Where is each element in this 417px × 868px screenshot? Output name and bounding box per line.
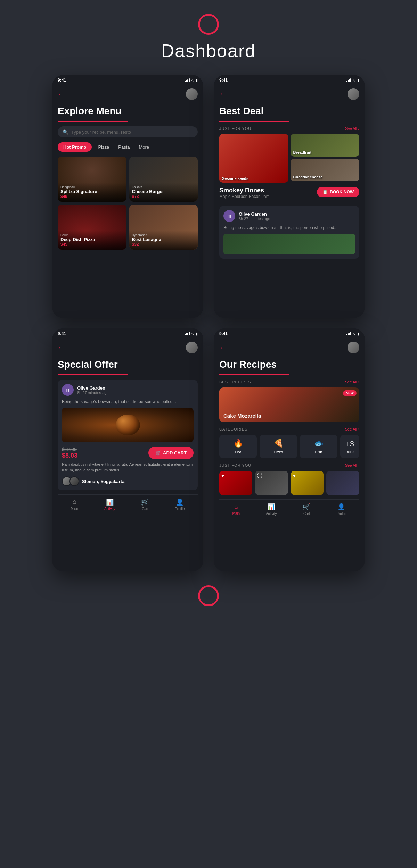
category-more[interactable]: +3 more: [340, 435, 359, 458]
profile-icon-recipes: 👤: [337, 503, 345, 511]
filter-hot-promo[interactable]: Hot Promo: [58, 142, 92, 152]
special-offer-content: ← Special Offer ≋ Olive Garden 8h 27 min…: [52, 339, 203, 518]
battery-icon-or: ▮: [357, 332, 359, 336]
footer-logo: [198, 585, 219, 606]
hot-icon: 🔥: [234, 439, 243, 448]
menu-card-1[interactable]: Hangzhou Splitza Signature $49: [58, 157, 126, 202]
menu-card-4-price: $32: [132, 242, 195, 247]
activity-header-so: ≋ Olive Garden 8h 27 minutes ago: [62, 384, 194, 396]
jfy-card-1[interactable]: ♥: [219, 471, 252, 495]
category-pizza-label: Pizza: [274, 450, 283, 454]
jfy-heart-3: ♥: [293, 473, 296, 478]
nav-item-profile-recipes[interactable]: 👤 Profile: [336, 503, 346, 516]
smokey-bones-subtitle: Maple Bourbon Bacon Jam: [219, 194, 270, 199]
filter-more[interactable]: More: [136, 142, 152, 152]
special-offer-avatar[interactable]: [186, 342, 198, 353]
categories-grid: 🔥 Hot 🍕 Pizza 🐟 Fish +3 more: [219, 435, 359, 458]
category-pizza[interactable]: 🍕 Pizza: [260, 435, 297, 458]
wifi-icon-so: ∿: [191, 332, 194, 336]
add-cart-button[interactable]: 🛒 ADD CART: [148, 447, 194, 459]
profile-icon-special: 👤: [176, 498, 183, 506]
just-for-you-see-all[interactable]: See All ›: [345, 126, 359, 131]
offer-description: Nam dapibus nisl vitae elit fringilla ru…: [62, 461, 194, 473]
new-badge: NEW: [343, 390, 357, 396]
pizza-icon: 🍕: [274, 439, 283, 448]
menu-card-4-city: Hyderabad: [132, 233, 195, 237]
activity-avatar-so: ≋: [62, 384, 74, 396]
best-recipes-see-all[interactable]: See All ›: [345, 380, 359, 384]
activity-info-so: Olive Garden 8h 27 minutes ago: [77, 385, 109, 395]
categories-see-all[interactable]: See All ›: [345, 427, 359, 431]
bottom-nav-recipes: ⌂ Main 📊 Activity 🛒 Cart 👤 Profile: [219, 499, 359, 518]
nav-item-main-recipes[interactable]: ⌂ Main: [232, 503, 240, 516]
jfy-card-3[interactable]: ♥: [291, 471, 324, 495]
filter-pizza[interactable]: Pizza: [95, 142, 112, 152]
activity-time-so: 8h 27 minutes ago: [77, 391, 109, 395]
jfy-card-4[interactable]: [326, 471, 359, 495]
waveform-icon-so: ≋: [66, 387, 70, 393]
smokey-bones-info: Smokey Bones Maple Bourbon Bacon Jam: [219, 187, 270, 202]
menu-card-3[interactable]: Berlin Deep Dish Pizza $45: [58, 205, 126, 250]
nav-item-profile-special[interactable]: 👤 Profile: [175, 498, 185, 511]
menu-card-1-city: Hangzhou: [60, 185, 124, 189]
signal-bar-2: [186, 80, 187, 82]
back-arrow-recipes[interactable]: ←: [219, 344, 226, 351]
signal-bars: [185, 78, 190, 82]
status-time-best-deal: 9:41: [219, 78, 228, 83]
jfy-see-all-recipes[interactable]: See All ›: [345, 463, 359, 467]
status-icons-recipes: ∿ ▮: [346, 332, 359, 336]
category-fish[interactable]: 🐟 Fish: [300, 435, 337, 458]
nav-item-activity-special[interactable]: 📊 Activity: [104, 498, 115, 511]
filter-tabs: Hot Promo Pizza Pasta More: [58, 142, 198, 152]
back-arrow-special[interactable]: ←: [58, 344, 64, 351]
recipes-avatar[interactable]: [348, 342, 359, 353]
menu-grid: Hangzhou Splitza Signature $49 Kolkata C…: [58, 157, 198, 250]
activity-card-best-deal: ≋ Olive Garden 8h 27 minutes ago Being t…: [219, 206, 359, 259]
wifi-icon-or: ∿: [353, 332, 356, 336]
search-bar[interactable]: 🔍 Type your recipe, menu, resto: [58, 126, 198, 137]
waveform-icon-bd: ≋: [227, 213, 232, 219]
food-card-breadfruit[interactable]: Breadfruit: [291, 134, 360, 157]
nav-label-main-special: Main: [71, 507, 78, 510]
status-icons-special: ∿ ▮: [185, 332, 198, 336]
nav-item-cart-recipes[interactable]: 🛒 Cart: [303, 503, 310, 516]
best-deal-avatar[interactable]: [348, 88, 359, 100]
food-card-cheddar[interactable]: Cheddar cheese: [291, 159, 360, 181]
nav-item-cart-special[interactable]: 🛒 Cart: [141, 498, 149, 511]
category-hot[interactable]: 🔥 Hot: [219, 435, 257, 458]
jfy-header-recipes: JUST FOR YOU See All ›: [219, 463, 359, 467]
best-deal-content: ← Best Deal JUST FOR YOU See All › Sesam…: [214, 85, 365, 264]
back-arrow-explore[interactable]: ←: [58, 91, 64, 98]
menu-card-2-city: Kolkata: [132, 185, 195, 189]
explore-menu-screen: 9:41 ∿ ▮ ← Explore Menu: [52, 75, 203, 318]
smokey-bones-section: Smokey Bones Maple Bourbon Bacon Jam 📋 B…: [219, 187, 359, 202]
menu-card-2-overlay: Kolkata Cheese Burger $73: [129, 183, 198, 202]
location-name: Sleman, Yogyakarta: [82, 479, 124, 484]
filter-pasta[interactable]: Pasta: [115, 142, 132, 152]
recipes-nav-bar: ←: [219, 339, 359, 356]
category-fish-label: Fish: [315, 450, 322, 454]
book-now-button[interactable]: 📋 BOOK NOW: [317, 187, 359, 197]
price-original: $12.09: [62, 446, 77, 452]
recipe-featured-card[interactable]: NEW Cake Mozarella: [219, 387, 359, 422]
food-card-sesame[interactable]: Sesame seeds: [219, 134, 288, 183]
best-recipes-header: BEST RECIPES See All ›: [219, 380, 359, 384]
cart-icon-special: 🛒: [141, 498, 149, 506]
search-placeholder: Type your recipe, menu, resto: [71, 130, 131, 135]
nav-item-activity-recipes[interactable]: 📊 Activity: [266, 503, 277, 516]
coffee-visual: [62, 408, 194, 442]
activity-image-bd: [223, 234, 355, 254]
nav-item-main-special[interactable]: ⌂ Main: [71, 498, 78, 511]
back-arrow-best-deal[interactable]: ←: [219, 91, 226, 98]
footer-ring: [198, 585, 219, 606]
menu-card-4[interactable]: Hyderabad Best Lasagna $32: [129, 205, 198, 250]
explore-avatar[interactable]: [186, 88, 198, 100]
jfy-grid: ♥ ⛶ ♥: [219, 471, 359, 495]
explore-nav-bar: ←: [58, 85, 198, 103]
price-row: $12.09 $8.03 🛒 ADD CART: [62, 446, 194, 459]
jfy-card-2[interactable]: ⛶: [255, 471, 288, 495]
loc-avatar-2: [70, 476, 79, 486]
page-header: Dashboard: [161, 14, 256, 61]
status-bar-recipes: 9:41 ∿ ▮: [214, 328, 365, 339]
menu-card-2[interactable]: Kolkata Cheese Burger $73: [129, 157, 198, 202]
